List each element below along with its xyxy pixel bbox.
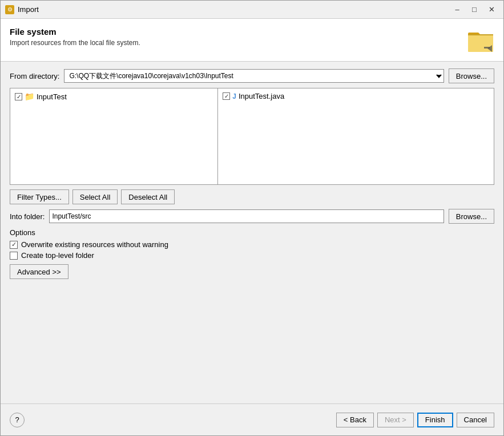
create-folder-checkbox-row: Create top-level folder: [10, 251, 494, 260]
create-folder-label: Create top-level folder: [21, 251, 94, 260]
titlebar: ⚙ Import – □ ✕: [1, 1, 503, 19]
header-text: File system Import resources from the lo…: [10, 27, 140, 47]
from-directory-row: From directory: G:\QQ下载文件\corejava10\cor…: [10, 68, 494, 83]
titlebar-icon: ⚙: [5, 5, 14, 14]
inputtest-java-checkbox[interactable]: [223, 92, 230, 100]
footer-right: < Back Next > Finish Cancel: [336, 413, 494, 427]
header-title: File system: [10, 27, 140, 37]
footer: ? < Back Next > Finish Cancel: [1, 403, 503, 435]
overwrite-checkbox-row: Overwrite existing resources without war…: [10, 240, 494, 249]
inputtest-checkbox[interactable]: [15, 93, 22, 100]
close-button[interactable]: ✕: [484, 2, 499, 17]
options-title: Options: [10, 228, 494, 237]
into-folder-label: Into folder:: [10, 212, 45, 221]
import-dialog: ⚙ Import – □ ✕ File system Import resour…: [0, 0, 504, 436]
next-button[interactable]: Next >: [377, 413, 414, 427]
help-button[interactable]: ?: [10, 413, 25, 427]
folder-icon: 📁: [25, 92, 34, 101]
from-directory-browse-button[interactable]: Browse...: [449, 68, 494, 83]
back-button[interactable]: < Back: [336, 413, 374, 427]
list-item[interactable]: J InputTest.java: [220, 91, 491, 102]
right-pane: J InputTest.java: [218, 88, 494, 184]
minimize-button[interactable]: –: [450, 2, 465, 17]
titlebar-title: Import: [18, 5, 450, 14]
header-folder-icon: [467, 27, 494, 54]
list-item[interactable]: 📁 InputTest: [13, 91, 215, 102]
left-pane: 📁 InputTest: [10, 88, 218, 184]
inputtest-java-label: InputTest.java: [239, 92, 284, 100]
deselect-all-button[interactable]: Deselect All: [121, 189, 175, 204]
svg-rect-5: [484, 47, 490, 49]
finish-button[interactable]: Finish: [417, 413, 453, 427]
cancel-button[interactable]: Cancel: [457, 413, 494, 427]
into-folder-row: Into folder: Browse...: [10, 209, 494, 224]
header-section: File system Import resources from the lo…: [1, 19, 503, 62]
overwrite-checkbox[interactable]: [10, 241, 18, 249]
create-folder-checkbox[interactable]: [10, 252, 18, 260]
java-file-icon: J: [232, 92, 236, 100]
titlebar-controls: – □ ✕: [450, 2, 499, 17]
advanced-button[interactable]: Advanced >>: [10, 264, 68, 279]
from-directory-select[interactable]: G:\QQ下载文件\corejava10\corejava\v1ch03\Inp…: [64, 69, 443, 83]
from-directory-select-wrapper: G:\QQ下载文件\corejava10\corejava\v1ch03\Inp…: [64, 69, 443, 83]
select-all-button[interactable]: Select All: [72, 189, 118, 204]
file-panes: 📁 InputTest J InputTest.java: [10, 88, 494, 185]
options-section: Options Overwrite existing resources wit…: [10, 228, 494, 279]
filter-types-button[interactable]: Filter Types...: [10, 189, 69, 204]
maximize-button[interactable]: □: [467, 2, 482, 17]
header-description: Import resources from the local file sys…: [10, 39, 140, 47]
overwrite-label: Overwrite existing resources without war…: [21, 240, 168, 249]
from-directory-label: From directory:: [10, 72, 59, 80]
into-folder-browse-button[interactable]: Browse...: [449, 209, 494, 224]
svg-rect-3: [468, 34, 493, 35]
main-area: From directory: G:\QQ下载文件\corejava10\cor…: [1, 62, 503, 403]
inputtest-label: InputTest: [37, 92, 67, 101]
filter-buttons-row: Filter Types... Select All Deselect All: [10, 189, 494, 204]
into-folder-input[interactable]: [49, 209, 443, 223]
footer-left: ?: [10, 413, 25, 427]
